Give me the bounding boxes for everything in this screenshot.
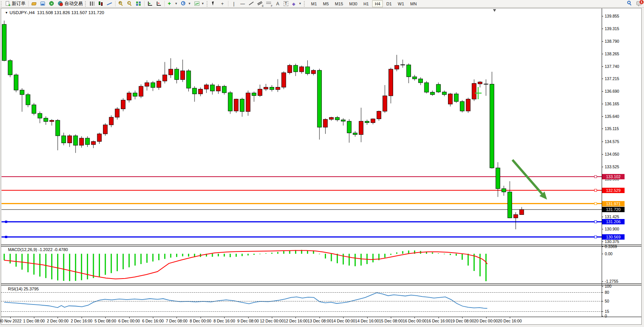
- chart-shift-marker[interactable]: [493, 9, 496, 12]
- new-chart-button[interactable]: [154, 0, 163, 7]
- tile-windows-button[interactable]: [134, 0, 143, 7]
- candle-bear: [436, 84, 440, 92]
- chart-window[interactable]: ▼USDJPY-,H4 131.508 131.826 131.507 131.…: [1, 8, 642, 325]
- horizontal-line-button[interactable]: —: [238, 0, 247, 7]
- text-a-icon: A: [275, 1, 281, 6]
- hline-handle[interactable]: [594, 189, 597, 192]
- time-label: 12 Dec 16:00: [284, 319, 307, 323]
- timeframe-mn[interactable]: MN: [408, 0, 419, 7]
- separator: [144, 1, 145, 6]
- hline-handle[interactable]: [594, 203, 597, 205]
- styles-button[interactable]: [30, 0, 39, 7]
- candle-bear: [193, 88, 197, 94]
- timeframe-w1[interactable]: W1: [395, 0, 407, 7]
- hline-handle[interactable]: [5, 221, 7, 223]
- bar-chart-button[interactable]: [88, 0, 96, 7]
- time-tick: [438, 317, 439, 318]
- timeframe-m5[interactable]: M5: [320, 0, 331, 7]
- time-tick: [296, 317, 296, 318]
- timeframe-h4[interactable]: H4: [372, 0, 383, 7]
- rsi-level-15: [1, 311, 602, 312]
- hline-handle[interactable]: [594, 236, 597, 238]
- candle-bear: [270, 87, 274, 90]
- toolbar-grip: [207, 1, 209, 6]
- candle-bull: [127, 93, 131, 100]
- timeframe-m15[interactable]: M15: [332, 0, 345, 7]
- candlestick-chart-button[interactable]: [96, 0, 105, 7]
- rsi-tick: [602, 316, 603, 316]
- price-tick-label: 130.900: [605, 227, 619, 231]
- fibonacci-button[interactable]: [265, 0, 273, 7]
- candle-bear: [347, 121, 351, 133]
- candle-bear: [341, 120, 345, 121]
- mt4-window: 新订单 自动交易 + - +▼ ▼ ▼ + | — A T: [0, 0, 644, 327]
- time-label: 20 Dec 16:00: [498, 319, 522, 323]
- text-button[interactable]: A: [273, 0, 282, 7]
- zoom-out-button[interactable]: -: [125, 0, 134, 7]
- price-tick: [602, 16, 603, 16]
- candle-bear: [222, 86, 226, 93]
- time-label: 7 Dec 08:00: [166, 319, 188, 323]
- profiles-button[interactable]: [39, 0, 47, 7]
- time-label: 8 Dec 00:00: [190, 319, 211, 323]
- hline-handle[interactable]: [594, 221, 597, 223]
- candle-bull: [50, 120, 54, 121]
- candle-bear: [26, 95, 30, 105]
- crosshair-button[interactable]: +: [218, 0, 227, 7]
- signals-button[interactable]: [47, 0, 56, 7]
- price-tick: [602, 142, 603, 142]
- timeframe-h1[interactable]: H1: [361, 0, 371, 7]
- price-tick: [602, 79, 603, 79]
- timeframe-bar: M1M5M15M30H1H4D1W1MN: [308, 0, 420, 7]
- price-tick-label: 130.375: [605, 239, 619, 244]
- timeframe-m1[interactable]: M1: [308, 0, 320, 7]
- globe-red-dot-icon: [58, 1, 63, 6]
- time-label: 8 Dec 16:00: [214, 319, 235, 323]
- price-tick: [602, 154, 603, 155]
- candle-bull: [79, 138, 84, 145]
- macd-tick-label: 0.3369: [605, 244, 617, 249]
- search-icon[interactable]: [627, 1, 633, 6]
- candle-bear: [56, 120, 60, 136]
- templates-button[interactable]: ▼: [193, 0, 206, 7]
- new-order-button[interactable]: 新订单: [3, 0, 27, 7]
- notifications-icon[interactable]: 1: [636, 1, 642, 5]
- vertical-line-button[interactable]: |: [230, 0, 238, 7]
- timeframe-m30[interactable]: M30: [347, 0, 360, 7]
- candle-bull: [258, 89, 262, 96]
- trendline-button[interactable]: [247, 0, 256, 7]
- arrows-button[interactable]: ◆▼: [290, 0, 303, 7]
- candle-bull: [115, 109, 119, 117]
- candle-bear: [335, 118, 339, 120]
- rsi-tick-label: 15: [605, 309, 609, 314]
- add-indicator-button[interactable]: +▼: [166, 0, 179, 7]
- candle-bear: [305, 67, 310, 74]
- candle-bear: [508, 192, 512, 218]
- chart-axes-icon: [147, 1, 153, 6]
- time-tick: [201, 317, 201, 318]
- candle-bull: [121, 100, 125, 109]
- price-tick-label: 135.640: [605, 114, 619, 119]
- cursor-button[interactable]: [209, 0, 218, 7]
- periods-button[interactable]: ▼: [179, 0, 193, 7]
- candle-bear: [186, 71, 191, 89]
- time-tick: [486, 317, 487, 318]
- equidistant-channel-button[interactable]: [256, 0, 265, 7]
- timeframe-d1[interactable]: D1: [384, 0, 394, 7]
- hline-handle[interactable]: [594, 176, 597, 178]
- price-tick-label: 137.740: [605, 64, 619, 69]
- crosshair-icon: +: [220, 1, 225, 6]
- separator: [164, 1, 165, 6]
- chart-canvas[interactable]: [1, 8, 641, 324]
- zoom-in-button[interactable]: +: [117, 0, 125, 7]
- candle-bull: [92, 142, 96, 145]
- price-tick: [602, 217, 603, 217]
- text-label-button[interactable]: T: [282, 0, 290, 7]
- time-label: 1 Dec 08:00: [23, 319, 45, 323]
- green-signal-icon: [49, 1, 55, 6]
- indicator-window-button[interactable]: [146, 0, 154, 7]
- line-chart-button[interactable]: [105, 0, 114, 7]
- hline-handle[interactable]: [5, 236, 7, 238]
- auto-trading-button[interactable]: 自动交易: [56, 0, 84, 7]
- vertical-line-icon: |: [231, 1, 237, 6]
